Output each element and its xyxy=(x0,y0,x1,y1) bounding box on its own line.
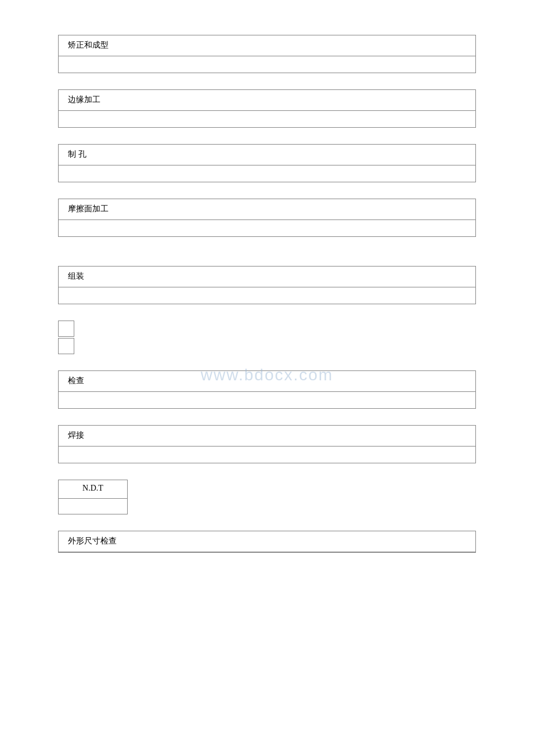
section-jian-cha: 检查 xyxy=(58,370,476,409)
section-group-4: 外形尺寸检查 xyxy=(58,531,476,553)
section-zu-zhuang: 组装 xyxy=(58,266,476,304)
section-jian-cha-body xyxy=(59,392,475,408)
section-wai-xing: 外形尺寸检查 xyxy=(58,531,476,553)
section-jian-cha-header: 检查 xyxy=(59,371,475,392)
section-group-2: 组装 xyxy=(58,266,476,304)
ndt-box: N.D.T xyxy=(58,480,128,514)
section-bian-yuan-header: 边缘加工 xyxy=(59,90,475,111)
section-han-jie-header: 焊接 xyxy=(59,426,475,447)
section-wai-xing-header: 外形尺寸检查 xyxy=(59,531,475,552)
section-han-jie: 焊接 xyxy=(58,425,476,463)
section-zu-zhuang-header: 组装 xyxy=(59,267,475,287)
section-group-3: 检查 焊接 xyxy=(58,370,476,463)
section-zhi-kong-body xyxy=(59,165,475,182)
section-mo-ca-mian: 摩擦面加工 xyxy=(58,199,476,237)
section-han-jie-body xyxy=(59,447,475,463)
section-bian-yuan-body xyxy=(59,111,475,127)
section-jiao-zheng: 矫正和成型 xyxy=(58,35,476,73)
small-box-2 xyxy=(58,338,74,354)
page-container: 矫正和成型 边缘加工 制 孔 摩擦面加工 组装 检查 xyxy=(0,0,534,756)
section-bian-yuan: 边缘加工 xyxy=(58,89,476,128)
section-zhi-kong-header: 制 孔 xyxy=(59,145,475,165)
ndt-header: N.D.T xyxy=(59,480,127,499)
section-mo-ca-mian-body xyxy=(59,220,475,236)
section-jiao-zheng-header: 矫正和成型 xyxy=(59,35,475,56)
small-box-1 xyxy=(58,321,74,337)
section-zu-zhuang-body xyxy=(59,287,475,304)
section-mo-ca-mian-header: 摩擦面加工 xyxy=(59,199,475,220)
section-jiao-zheng-body xyxy=(59,56,475,73)
small-boxes-container xyxy=(58,321,476,354)
ndt-body xyxy=(59,499,127,514)
section-zhi-kong: 制 孔 xyxy=(58,144,476,182)
section-group-1: 矫正和成型 边缘加工 制 孔 摩擦面加工 xyxy=(58,35,476,237)
